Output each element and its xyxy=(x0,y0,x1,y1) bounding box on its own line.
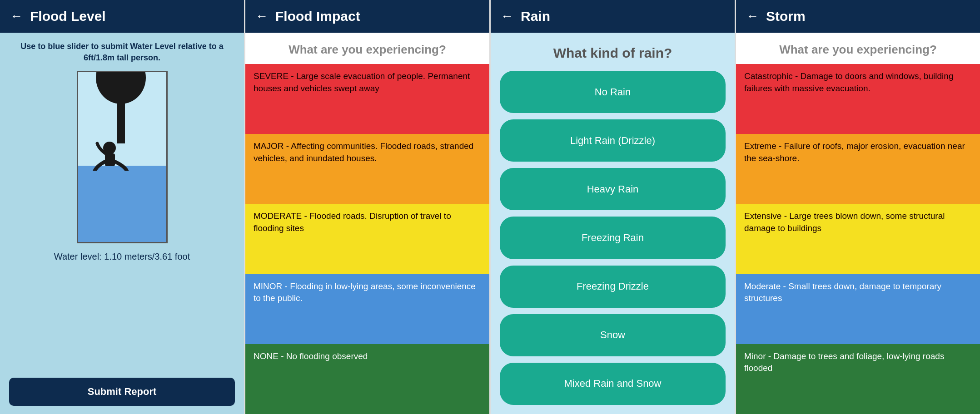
flood-impact-major[interactable]: MAJOR - Affecting communities. Flooded r… xyxy=(245,134,489,204)
storm-header: ← Storm xyxy=(736,0,980,33)
flood-impact-title: Flood Impact xyxy=(275,9,360,24)
flood-person-svg xyxy=(81,71,163,171)
storm-list: Catastrophic - Damage to doors and windo… xyxy=(736,64,980,414)
rain-title: Rain xyxy=(521,9,550,24)
storm-title: Storm xyxy=(766,9,806,24)
flood-impact-header: ← Flood Impact xyxy=(245,0,489,33)
flood-water xyxy=(78,166,166,242)
storm-content: What are you experiencing? Catastrophic … xyxy=(736,33,980,414)
flood-visual xyxy=(77,71,168,243)
back-arrow-flood-level[interactable]: ← xyxy=(10,9,23,24)
rain-panel: ← Rain What kind of rain? No Rain Light … xyxy=(489,0,735,414)
flood-impact-content: What are you experiencing? SEVERE - Larg… xyxy=(245,33,489,414)
storm-panel: ← Storm What are you experiencing? Catas… xyxy=(735,0,980,414)
rain-question: What kind of rain? xyxy=(500,37,726,64)
back-arrow-rain[interactable]: ← xyxy=(501,9,513,24)
flood-impact-list: SEVERE - Large scale evacuation of peopl… xyxy=(245,64,489,414)
flood-level-panel: ← Flood Level Use to blue slider to subm… xyxy=(0,0,244,414)
back-arrow-storm[interactable]: ← xyxy=(746,9,759,24)
back-arrow-flood-impact[interactable]: ← xyxy=(255,9,268,24)
storm-question: What are you experiencing? xyxy=(736,33,980,64)
svg-point-1 xyxy=(96,71,146,104)
water-level-text: Water level: 1.10 meters/3.61 foot xyxy=(54,251,190,262)
storm-item-extensive[interactable]: Extensive - Large trees blown down, some… xyxy=(736,204,980,274)
rain-option-snow[interactable]: Snow xyxy=(500,314,726,356)
rain-content: What kind of rain? No Rain Light Rain (D… xyxy=(491,33,735,414)
flood-level-title: Flood Level xyxy=(30,9,106,24)
storm-item-extreme[interactable]: Extreme - Failure of roofs, major erosio… xyxy=(736,134,980,204)
rain-option-light-rain[interactable]: Light Rain (Drizzle) xyxy=(500,119,726,162)
flood-impact-question: What are you experiencing? xyxy=(245,33,489,64)
flood-level-header: ← Flood Level xyxy=(0,0,244,33)
flood-impact-minor[interactable]: MINOR - Flooding in low-lying areas, som… xyxy=(245,274,489,344)
rain-option-heavy-rain[interactable]: Heavy Rain xyxy=(500,168,726,210)
storm-item-catastrophic[interactable]: Catastrophic - Damage to doors and windo… xyxy=(736,64,980,134)
flood-level-content: Use to blue slider to submit Water Level… xyxy=(0,33,244,414)
storm-item-minor[interactable]: Minor - Damage to trees and foliage, low… xyxy=(736,344,980,414)
rain-option-freezing-drizzle[interactable]: Freezing Drizzle xyxy=(500,266,726,308)
storm-item-moderate[interactable]: Moderate - Small trees down, damage to t… xyxy=(736,274,980,344)
rain-option-freezing-rain[interactable]: Freezing Rain xyxy=(500,217,726,259)
flood-impact-moderate[interactable]: MODERATE - Flooded roads. Disruption of … xyxy=(245,204,489,274)
rain-option-mixed-rain-snow[interactable]: Mixed Rain and Snow xyxy=(500,363,726,405)
rain-option-no-rain[interactable]: No Rain xyxy=(500,71,726,113)
rain-header: ← Rain xyxy=(491,0,735,33)
flood-impact-severe[interactable]: SEVERE - Large scale evacuation of peopl… xyxy=(245,64,489,134)
flood-impact-panel: ← Flood Impact What are you experiencing… xyxy=(244,0,489,414)
flood-level-instruction: Use to blue slider to submit Water Level… xyxy=(9,41,235,64)
submit-report-button[interactable]: Submit Report xyxy=(9,378,235,406)
flood-impact-none[interactable]: NONE - No flooding observed xyxy=(245,344,489,414)
